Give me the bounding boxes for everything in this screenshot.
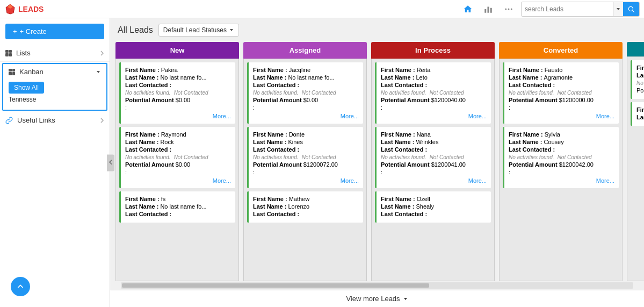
table-row: First Name : Mathew Last Name : Lorenzo … — [247, 191, 363, 223]
link-icon — [5, 117, 13, 124]
search-icon — [627, 5, 635, 13]
main-header: All Leads Default Lead Statuses — [110, 18, 644, 42]
sidebar-collapse-button[interactable] — [107, 154, 114, 171]
scrollbar-thumb — [122, 283, 429, 288]
table-row: First Name : Reita Last Name : Leto Last… — [375, 62, 491, 124]
more-link[interactable]: More... — [125, 113, 231, 119]
kanban-icon — [9, 69, 15, 75]
table-row: First Name : Donte Last Name : Kines Las… — [247, 127, 363, 188]
plus-icon: + — [13, 27, 17, 35]
search-box — [521, 2, 640, 17]
top-nav: LEADS — [0, 0, 644, 18]
sidebar-item-useful-links[interactable]: Useful Links — [0, 112, 110, 128]
svg-point-6 — [508, 8, 510, 10]
chevron-right-icon — [100, 50, 104, 56]
status-dropdown-label: Default Lead Statuses — [163, 26, 227, 34]
kanban-col-inprocess: In Process First Name : Reita Last Name … — [371, 42, 495, 281]
collapse-icon — [108, 159, 113, 165]
search-input[interactable] — [522, 3, 613, 15]
logo-icon — [4, 3, 16, 15]
table-row: First Name : fs Last Name : No last name… — [119, 191, 235, 223]
lists-icon — [5, 50, 12, 56]
chevron-down-icon — [403, 296, 408, 302]
app-logo: LEADS — [4, 3, 44, 15]
table-row: First Name : Jacqline Last Name : No las… — [247, 62, 363, 124]
kanban-label: Kanban — [19, 68, 44, 76]
more-link[interactable]: More... — [125, 177, 231, 184]
chevron-up-icon — [16, 282, 25, 291]
kanban-col-teal: ... Firs Las No Po Firs Las — [627, 42, 644, 281]
useful-links-label: Useful Links — [17, 116, 55, 124]
table-row: First Name : Sylvia Last Name : Cousey L… — [503, 127, 619, 188]
kanban-board: New First Name : Pakira Last Name : No l… — [110, 42, 644, 281]
col-header-new: New — [115, 42, 239, 59]
col-header-converted: Converted — [499, 42, 623, 59]
create-button[interactable]: + + Create — [5, 24, 104, 39]
app-title: LEADS — [18, 5, 44, 13]
chevron-down-icon — [96, 69, 101, 75]
status-dropdown[interactable]: Default Lead Statuses — [158, 24, 239, 37]
more-link[interactable]: More... — [509, 177, 614, 184]
create-label: + Create — [20, 27, 47, 35]
show-all-button[interactable]: Show All — [9, 82, 44, 94]
kanban-col-converted: Converted First Name : Fausto Last Name … — [499, 42, 623, 281]
table-row: Firs Las — [631, 102, 644, 126]
chevron-down-icon — [229, 27, 234, 33]
bar-chart-icon — [483, 4, 493, 14]
more-link[interactable]: More... — [253, 177, 359, 184]
view-more-label: View more Leads — [346, 295, 400, 303]
kanban-cards-inprocess: First Name : Reita Last Name : Leto Last… — [371, 59, 495, 281]
kanban-cards-assigned: First Name : Jacqline Last Name : No las… — [243, 59, 367, 281]
table-row: First Name : Raymond Last Name : Rock La… — [119, 127, 235, 188]
chevron-right-icon — [100, 117, 104, 124]
kanban-cards-new: First Name : Pakira Last Name : No last … — [115, 59, 239, 281]
svg-line-9 — [633, 10, 634, 12]
table-row: First Name : Pakira Last Name : No last … — [119, 62, 235, 124]
bottom-bar: View more Leads — [110, 290, 644, 307]
kanban-header[interactable]: Kanban — [3, 64, 106, 80]
table-row: First Name : Ozell Last Name : Shealy La… — [375, 191, 491, 223]
main-content: All Leads Default Lead Statuses New Firs… — [110, 18, 644, 307]
svg-point-5 — [505, 8, 506, 10]
sidebar-item-lists[interactable]: Lists — [0, 45, 110, 62]
kanban-col-assigned: Assigned First Name : Jacqline Last Name… — [243, 42, 367, 281]
table-row: Firs Las No Po — [631, 60, 644, 99]
col-header-teal: ... — [627, 42, 644, 56]
svg-rect-4 — [490, 8, 492, 12]
horizontal-scrollbar[interactable] — [121, 282, 633, 289]
bar-chart-icon-btn[interactable] — [480, 1, 496, 17]
sidebar: + + Create Lists Kanban — [0, 18, 110, 307]
more-link[interactable]: More... — [253, 113, 359, 119]
svg-rect-2 — [484, 9, 486, 13]
table-row: First Name : Fausto Last Name : Agramont… — [503, 62, 619, 124]
svg-point-8 — [628, 6, 633, 11]
more-icon — [504, 4, 513, 14]
more-link[interactable]: More... — [381, 177, 487, 184]
more-link[interactable]: More... — [509, 113, 614, 119]
kanban-body: Show All Tennesse — [3, 80, 106, 110]
kanban-col-new: New First Name : Pakira Last Name : No l… — [115, 42, 239, 281]
kanban-section: Kanban Show All Tennesse — [2, 63, 107, 111]
search-button[interactable] — [623, 2, 639, 16]
col-header-inprocess: In Process — [371, 42, 495, 59]
col-header-assigned: Assigned — [243, 42, 367, 59]
search-dropdown-btn[interactable] — [613, 2, 623, 16]
tennesse-item[interactable]: Tennesse — [9, 94, 101, 105]
kanban-cards-converted: First Name : Fausto Last Name : Agramont… — [499, 59, 623, 281]
page-title: All Leads — [118, 25, 153, 35]
kanban-cards-teal: Firs Las No Po Firs Las — [627, 56, 644, 281]
svg-rect-3 — [488, 6, 489, 12]
lists-label: Lists — [16, 49, 31, 57]
chevron-down-icon — [616, 6, 621, 12]
more-icon-btn[interactable] — [501, 1, 517, 17]
table-row: First Name : Nana Last Name : Wrinkles L… — [375, 127, 491, 188]
svg-point-7 — [511, 8, 512, 10]
more-link[interactable]: More... — [381, 113, 487, 119]
home-icon — [463, 4, 473, 14]
home-icon-btn[interactable] — [460, 1, 476, 17]
view-more-button[interactable]: View more Leads — [346, 295, 408, 303]
scroll-up-button[interactable] — [11, 277, 30, 296]
